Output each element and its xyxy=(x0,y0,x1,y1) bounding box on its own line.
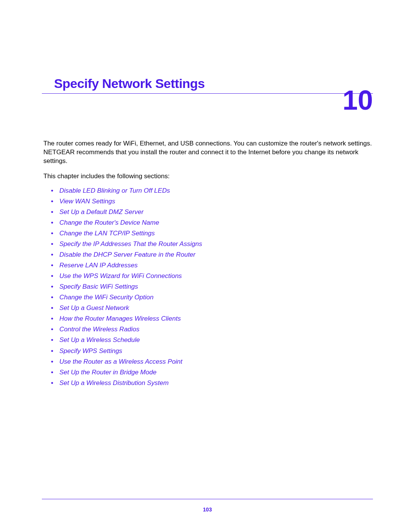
toc-item: Use the WPS Wizard for WiFi Connections xyxy=(59,271,373,281)
toc-link[interactable]: Set Up a Wireless Schedule xyxy=(59,336,140,343)
toc-link[interactable]: Specify Basic WiFi Settings xyxy=(59,283,138,290)
toc-link[interactable]: Specify WPS Settings xyxy=(59,347,122,355)
page-footer: 103 xyxy=(42,499,373,513)
toc-link[interactable]: Use the Router as a Wireless Access Poin… xyxy=(59,358,182,365)
toc-link[interactable]: Set Up a Wireless Distribution System xyxy=(59,379,169,387)
toc-item: Specify Basic WiFi Settings xyxy=(59,281,373,292)
intro-paragraph: The router comes ready for WiFi, Etherne… xyxy=(43,139,373,166)
toc-link[interactable]: Disable the DHCP Server Feature in the R… xyxy=(59,251,195,258)
toc-link[interactable]: Control the Wireless Radios xyxy=(59,326,140,333)
toc-link[interactable]: View WAN Settings xyxy=(59,198,115,205)
toc-link[interactable]: Set Up a Guest Network xyxy=(59,304,129,312)
toc-item: Disable LED Blinking or Turn Off LEDs xyxy=(59,185,373,196)
toc-item: Specify WPS Settings xyxy=(59,346,373,356)
toc-link[interactable]: Disable LED Blinking or Turn Off LEDs xyxy=(59,187,170,194)
toc-item: Disable the DHCP Server Feature in the R… xyxy=(59,249,373,260)
chapter-number: 10 xyxy=(342,93,373,107)
toc-link[interactable]: Change the WiFi Security Option xyxy=(59,294,153,301)
toc-item: Set Up a Default DMZ Server xyxy=(59,207,373,217)
toc-link[interactable]: Specify the IP Addresses That the Router… xyxy=(59,240,202,248)
toc-item: Change the LAN TCP/IP Settings xyxy=(59,228,373,239)
toc-item: Change the Router's Device Name xyxy=(59,217,373,228)
toc-link[interactable]: Change the Router's Device Name xyxy=(59,219,159,226)
toc-item: Set Up a Guest Network xyxy=(59,303,373,313)
toc-link[interactable]: Set Up the Router in Bridge Mode xyxy=(59,369,156,376)
chapter-title: Specify Network Settings xyxy=(54,76,205,91)
toc-link[interactable]: Reserve LAN IP Addresses xyxy=(59,262,138,269)
toc-item: Set Up a Wireless Schedule xyxy=(59,335,373,345)
toc-item: Control the Wireless Radios xyxy=(59,324,373,335)
toc-link[interactable]: How the Router Manages Wireless Clients xyxy=(59,315,181,322)
sections-intro: This chapter includes the following sect… xyxy=(43,173,373,180)
chapter-header: 10. Specify Network Settings 10 xyxy=(42,76,373,94)
toc-list: Disable LED Blinking or Turn Off LEDs Vi… xyxy=(59,185,373,388)
toc-link[interactable]: Set Up a Default DMZ Server xyxy=(59,208,143,216)
page-number: 103 xyxy=(203,506,212,513)
toc-item: View WAN Settings xyxy=(59,196,373,207)
toc-item: How the Router Manages Wireless Clients xyxy=(59,313,373,324)
toc-item: Use the Router as a Wireless Access Poin… xyxy=(59,356,373,367)
toc-item: Set Up the Router in Bridge Mode xyxy=(59,367,373,378)
toc-link[interactable]: Use the WPS Wizard for WiFi Connections xyxy=(59,272,182,280)
toc-item: Reserve LAN IP Addresses xyxy=(59,260,373,271)
toc-item: Change the WiFi Security Option xyxy=(59,292,373,303)
toc-item: Set Up a Wireless Distribution System xyxy=(59,378,373,388)
toc-link[interactable]: Change the LAN TCP/IP Settings xyxy=(59,230,155,237)
toc-item: Specify the IP Addresses That the Router… xyxy=(59,239,373,249)
